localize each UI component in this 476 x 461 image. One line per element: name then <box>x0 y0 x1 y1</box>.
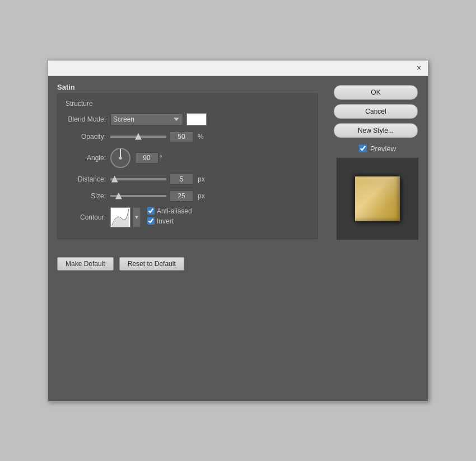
invert-row: Invert <box>147 217 192 225</box>
size-slider[interactable] <box>110 195 166 197</box>
contour-preview[interactable] <box>110 207 130 227</box>
right-panel-buttons: OK Cancel New Style... <box>334 85 421 138</box>
size-label: Size: <box>66 192 110 200</box>
opacity-label: Opacity: <box>66 133 110 141</box>
dialog-body: Satin Structure Blend Mode: Screen Norma… <box>48 76 428 401</box>
ok-button[interactable]: OK <box>334 85 418 100</box>
anti-aliased-row: Anti-aliased <box>147 207 192 215</box>
blend-mode-row: Blend Mode: Screen Normal Multiply Overl… <box>66 113 310 125</box>
distance-input[interactable]: 5 <box>170 174 193 185</box>
distance-slider-container: 5 px <box>110 174 205 185</box>
opacity-slider-container: 50 % <box>110 131 204 142</box>
invert-label[interactable]: Invert <box>157 217 174 225</box>
title-bar: × <box>48 60 428 76</box>
bottom-buttons: Make Default Reset to Default <box>57 250 318 271</box>
blend-mode-label: Blend Mode: <box>66 115 110 123</box>
contour-row: Contour: ▼ Anti-aliased <box>66 207 310 227</box>
cancel-button[interactable]: Cancel <box>334 104 418 119</box>
left-panel: Satin Structure Blend Mode: Screen Norma… <box>48 76 327 401</box>
close-button[interactable]: × <box>414 63 423 72</box>
distance-unit: px <box>198 175 205 183</box>
new-style-button[interactable]: New Style... <box>334 123 418 138</box>
size-row: Size: 25 px <box>66 190 310 202</box>
layer-style-dialog: × Satin Structure Blend Mode: Screen Nor… <box>48 60 428 402</box>
reset-to-default-button[interactable]: Reset to Default <box>119 257 184 271</box>
make-default-button[interactable]: Make Default <box>57 257 114 271</box>
opacity-unit: % <box>198 133 204 141</box>
section-title: Satin <box>57 83 318 91</box>
sub-section-title: Structure <box>66 100 310 108</box>
contour-control: ▼ Anti-aliased Invert <box>110 207 192 227</box>
angle-dial-line <box>120 149 121 157</box>
angle-row: Angle: 90 ° <box>66 148 310 168</box>
opacity-input[interactable]: 50 <box>170 131 193 142</box>
anti-aliased-checkbox[interactable] <box>147 207 155 215</box>
opacity-row: Opacity: 50 % <box>66 131 310 142</box>
preview-canvas <box>336 157 419 240</box>
contour-dropdown-button[interactable]: ▼ <box>133 207 141 227</box>
blend-mode-select[interactable]: Screen Normal Multiply Overlay <box>110 113 183 125</box>
angle-label: Angle: <box>66 154 110 162</box>
invert-checkbox[interactable] <box>147 217 155 225</box>
preview-check-row: Preview <box>359 145 396 153</box>
contour-label: Contour: <box>66 213 110 221</box>
anti-aliased-label[interactable]: Anti-aliased <box>157 207 192 215</box>
contour-checkboxes: Anti-aliased Invert <box>147 207 192 227</box>
size-slider-container: 25 px <box>110 190 205 202</box>
angle-unit: ° <box>160 154 162 162</box>
distance-row: Distance: 5 px <box>66 174 310 185</box>
size-unit: px <box>198 192 205 200</box>
preview-checkbox[interactable] <box>359 145 367 152</box>
right-panel: OK Cancel New Style... Preview <box>327 76 428 401</box>
structure-box: Structure Blend Mode: Screen Normal Mult… <box>57 94 318 239</box>
opacity-slider[interactable] <box>110 136 166 138</box>
angle-dial[interactable] <box>110 148 130 168</box>
angle-input[interactable]: 90 <box>135 152 158 164</box>
preview-label[interactable]: Preview <box>370 145 396 153</box>
distance-label: Distance: <box>66 175 110 183</box>
size-input[interactable]: 25 <box>170 190 193 202</box>
distance-slider[interactable] <box>110 178 166 180</box>
blend-color-swatch[interactable] <box>186 113 207 125</box>
preview-square <box>355 176 400 221</box>
